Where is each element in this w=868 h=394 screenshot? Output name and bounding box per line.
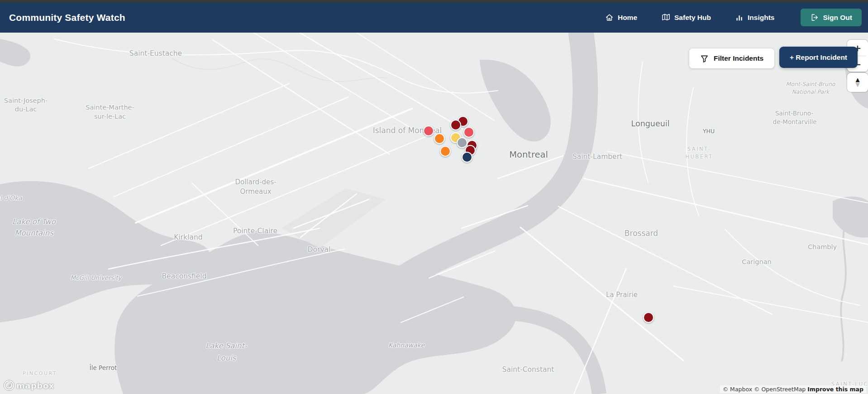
incident-marker[interactable]: [440, 146, 451, 157]
map-attribution: © Mapbox © OpenStreetMap Improve this ma…: [720, 385, 866, 393]
incident-marker[interactable]: [463, 127, 474, 138]
tilt-down-icon[interactable]: ▼: [855, 82, 859, 87]
app-header: Community Safety Watch Home Safety Hub I…: [0, 2, 868, 33]
mapbox-logo[interactable]: mapbox: [4, 380, 54, 391]
app-title: Community Safety Watch: [9, 12, 125, 23]
map-canvas[interactable]: Saint-EustacheSaint-Joseph-du-LacSainte-…: [0, 33, 868, 394]
sign-out-button[interactable]: Sign Out: [801, 9, 862, 26]
sign-out-label: Sign Out: [823, 14, 852, 22]
incident-marker[interactable]: [462, 152, 472, 163]
nav-safety-hub[interactable]: Safety Hub: [662, 13, 711, 22]
incident-markers-layer: [0, 33, 868, 394]
filter-incidents-button[interactable]: Filter Incidents: [689, 48, 774, 68]
improve-map-link[interactable]: Improve this map: [807, 386, 863, 393]
report-incident-button[interactable]: + Report Incident: [779, 47, 858, 68]
bar-chart-icon: [735, 14, 744, 22]
incident-marker[interactable]: [450, 120, 461, 130]
nav-insights[interactable]: Insights: [735, 14, 774, 22]
incident-marker[interactable]: [423, 125, 434, 136]
tilt-control[interactable]: ▲ ▼: [847, 73, 868, 92]
sign-out-icon: [810, 13, 819, 22]
funnel-icon: [700, 54, 709, 63]
nav-safety-hub-label: Safety Hub: [674, 14, 711, 22]
home-icon: [605, 13, 614, 22]
filter-incidents-label: Filter Incidents: [714, 54, 763, 62]
incident-marker[interactable]: [434, 133, 445, 144]
mapbox-pin-icon: [4, 380, 14, 391]
attribution-osm-link[interactable]: © OpenStreetMap: [754, 386, 806, 393]
nav-home[interactable]: Home: [605, 13, 637, 22]
attribution-mapbox-link[interactable]: © Mapbox: [723, 386, 752, 393]
nav-home-label: Home: [618, 14, 637, 22]
map-icon: [662, 13, 670, 22]
mapbox-wordmark: mapbox: [16, 381, 54, 390]
incident-marker[interactable]: [643, 312, 654, 323]
nav-insights-label: Insights: [748, 14, 774, 22]
main-nav: Home Safety Hub Insights Sign Out: [605, 9, 862, 26]
